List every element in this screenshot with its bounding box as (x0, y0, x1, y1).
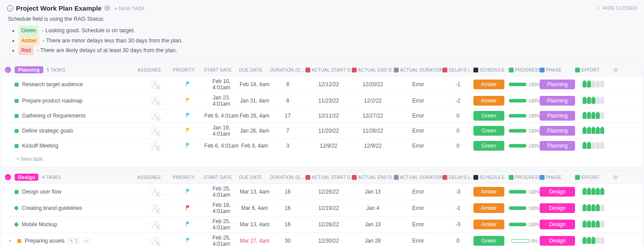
add-column-button[interactable]: ⊕ (611, 66, 620, 73)
battery-icon (600, 238, 604, 244)
task-name[interactable]: Preparing assets (25, 238, 65, 244)
task-name[interactable]: Research target audience (22, 81, 83, 87)
due-date-cell[interactable]: Jan 31, 4am (239, 98, 270, 104)
col-schedule[interactable]: SCHEDULE (473, 175, 509, 180)
due-date-cell[interactable]: Jan 26, 4am (239, 128, 270, 134)
col-due-date[interactable]: DUE DATE (239, 68, 270, 72)
due-date-cell[interactable]: Mar 27, 4am (239, 238, 270, 244)
priority-cell[interactable] (173, 188, 204, 196)
task-name[interactable]: Gathering of Requirements (22, 113, 86, 119)
task-row[interactable]: Prepare product roadmap + Jan 23, 4:01am… (1, 92, 643, 109)
due-date-cell[interactable]: Mar 13, 4am (239, 221, 270, 228)
assignee-picker[interactable]: + (151, 220, 160, 229)
task-row[interactable]: Design user flow + Feb 25, 4:01am Mar 13… (1, 183, 643, 200)
start-date-cell[interactable]: Feb 10, 4:01am (204, 78, 239, 91)
start-date-cell[interactable]: Feb 9, 4:01am (204, 113, 239, 119)
col-actual-start[interactable]: ACTUAL START D… (305, 68, 352, 72)
priority-cell[interactable] (173, 127, 204, 135)
task-name[interactable]: Design user flow (22, 189, 61, 195)
start-date-cell[interactable]: Feb 25, 4:01am (204, 218, 239, 231)
group-name-pill[interactable]: Design (15, 174, 38, 181)
col-start-date[interactable]: START DATE (204, 175, 239, 180)
add-subtask-button[interactable]: + (84, 238, 90, 244)
col-phase[interactable]: PHASE (540, 68, 575, 72)
assignee-picker[interactable]: + (151, 236, 160, 245)
priority-cell[interactable] (173, 142, 204, 150)
task-row[interactable]: Gathering of Requirements + Feb 9, 4:01a… (1, 109, 643, 122)
subtask-count-pill[interactable]: 2 (68, 238, 80, 244)
due-date-cell[interactable]: Feb 26, 4am (239, 113, 270, 119)
collapse-all-icon[interactable]: ⌄ (7, 5, 13, 11)
col-progress[interactable]: PROGRESS (509, 68, 540, 72)
col-actual-start[interactable]: ACTUAL START D… (305, 175, 352, 180)
col-delays[interactable]: DELAYS (… (442, 175, 473, 180)
col-priority[interactable]: PRIORITY (173, 175, 204, 180)
task-name[interactable]: Prepare product roadmap (22, 98, 83, 104)
col-start-date[interactable]: START DATE (204, 68, 239, 72)
new-task-row[interactable]: + New task (1, 152, 643, 167)
group-collapse-icon[interactable]: ⌄ (5, 67, 11, 73)
col-due-date[interactable]: DUE DATE (239, 175, 270, 180)
priority-cell[interactable] (173, 112, 204, 120)
col-actual-end[interactable]: ACTUAL END D… (352, 68, 394, 72)
task-name[interactable]: Mobile Mockup (22, 221, 57, 228)
start-date-cell[interactable]: Jan 19, 4:01am (204, 125, 239, 137)
assignee-picker[interactable]: + (151, 96, 160, 105)
hide-closed-toggle[interactable]: HIDE CLOSED (597, 5, 637, 11)
start-date-cell[interactable]: Feb 25, 4:01am (204, 186, 239, 198)
priority-cell[interactable] (173, 205, 204, 212)
assignee-picker[interactable]: + (151, 126, 160, 135)
assignee-picker[interactable]: + (151, 204, 160, 213)
priority-cell[interactable] (173, 81, 204, 88)
battery-icon (583, 81, 587, 87)
col-priority[interactable]: PRIORITY (173, 68, 204, 72)
assignee-picker[interactable]: + (151, 111, 160, 120)
col-assignee[interactable]: ASSIGNEE (137, 68, 173, 72)
assignee-picker[interactable]: + (151, 187, 160, 196)
col-actual-duration[interactable]: ACTUAL DURATION (D… (394, 68, 442, 72)
task-row[interactable]: Kickoff Meeting + Feb 6, 4:01am Feb 9, 4… (1, 139, 643, 152)
task-name[interactable]: Creating brand guidelines (22, 205, 82, 211)
col-effort[interactable]: EFFORT (575, 68, 611, 72)
start-date-cell[interactable]: Feb 6, 4:01am (204, 143, 239, 149)
battery-icon (591, 81, 595, 87)
new-task-button[interactable]: + NEW TASK (114, 6, 145, 11)
task-row[interactable]: Define strategic goals + Jan 19, 4:01am … (1, 122, 643, 139)
priority-cell[interactable] (173, 97, 204, 105)
col-phase[interactable]: PHASE (540, 175, 575, 180)
due-date-cell[interactable]: Mar 6, 4am (239, 205, 270, 211)
effort-meter (575, 238, 611, 244)
task-name[interactable]: Define strategic goals (22, 128, 73, 134)
priority-cell[interactable] (173, 237, 204, 245)
assignee-picker[interactable]: + (151, 80, 160, 89)
due-date-cell[interactable]: Feb 9, 4am (239, 143, 270, 149)
col-effort[interactable]: EFFORT (575, 175, 611, 180)
assignee-picker[interactable]: + (151, 141, 160, 150)
col-progress[interactable]: PROGRESS (509, 175, 540, 180)
task-row[interactable]: Mobile Mockup + Feb 25, 4:01am Mar 13, 4… (1, 216, 643, 232)
task-row[interactable]: ▾ Preparing assets 2 + + Feb 25, 4:01am … (1, 232, 643, 247)
col-actual-end[interactable]: ACTUAL END D… (352, 175, 394, 180)
col-actual-duration[interactable]: ACTUAL DURATION (D… (394, 175, 442, 180)
progress-cell: 100% (509, 222, 540, 227)
col-assignee[interactable]: ASSIGNEE (137, 175, 173, 180)
expand-caret-icon[interactable]: ▾ (9, 239, 14, 243)
col-duration[interactable]: DURATION (D… (270, 175, 305, 180)
task-name[interactable]: Kickoff Meeting (22, 143, 58, 149)
info-icon[interactable]: i (104, 5, 110, 11)
group-name-pill[interactable]: Planning (15, 66, 43, 73)
due-date-cell[interactable]: Mar 13, 4am (239, 189, 270, 195)
group-collapse-icon[interactable]: ⌄ (5, 174, 11, 180)
col-delays[interactable]: DELAYS (… (442, 68, 473, 72)
add-column-button[interactable]: ⊕ (611, 174, 620, 181)
start-date-cell[interactable]: Feb 18, 4:01am (204, 202, 239, 214)
start-date-cell[interactable]: Jan 23, 4:01am (204, 95, 239, 107)
task-row[interactable]: Research target audience + Feb 10, 4:01a… (1, 76, 643, 92)
col-duration[interactable]: DURATION (D… (270, 68, 305, 72)
start-date-cell[interactable]: Feb 25, 4:01am (204, 235, 239, 247)
priority-cell[interactable] (173, 221, 204, 228)
due-date-cell[interactable]: Feb 18, 4am (239, 81, 270, 87)
col-schedule[interactable]: SCHEDULE (473, 68, 509, 72)
task-row[interactable]: Creating brand guidelines + Feb 18, 4:01… (1, 200, 643, 216)
flag-icon (185, 142, 191, 148)
